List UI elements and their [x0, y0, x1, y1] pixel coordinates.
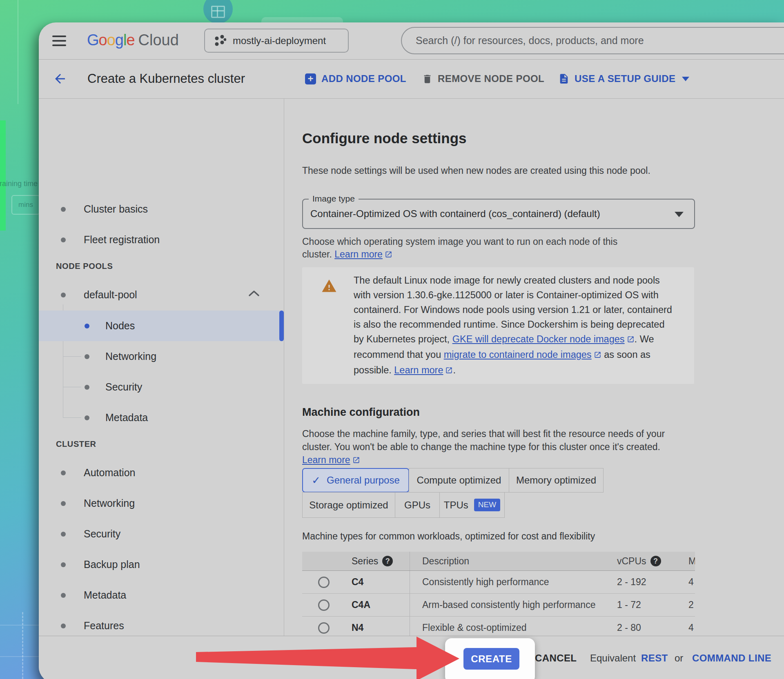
section-label-node-pools: NODE POOLS: [56, 262, 113, 271]
section-label-cluster: CLUSTER: [56, 439, 96, 449]
sidebar-item-security[interactable]: Security: [39, 524, 284, 544]
step-bullet-icon: [61, 237, 66, 242]
external-link-icon: [385, 249, 392, 262]
new-badge: NEW: [474, 499, 500, 511]
command-line-link[interactable]: COMMAND LINE: [692, 652, 771, 664]
step-bullet-icon: [61, 532, 66, 537]
radio-button[interactable]: [318, 622, 330, 634]
table-row[interactable]: C4A Arm-based consistently high performa…: [302, 594, 695, 617]
machine-series-table: Series? Description vCPUs? Memory C4 Con…: [302, 552, 695, 637]
help-icon[interactable]: ?: [382, 556, 393, 566]
machine-config-desc: Choose the machine family, type, and ser…: [302, 427, 682, 467]
rest-link[interactable]: REST: [641, 652, 668, 664]
step-bullet-icon: [61, 207, 66, 212]
migrate-containerd-link[interactable]: migrate to containerd node images: [444, 349, 592, 360]
chevron-down-icon: [682, 77, 689, 81]
sidebar-item-pool-metadata[interactable]: Metadata: [39, 408, 284, 428]
project-selector[interactable]: mostly-ai-deployment: [204, 29, 349, 53]
sidebar-item-pool-networking[interactable]: Networking: [39, 347, 284, 366]
radio-button[interactable]: [318, 577, 330, 588]
background-training-time-label: training time: [0, 180, 38, 188]
trash-icon: [422, 73, 433, 84]
background-line: [0, 625, 39, 626]
background-mins-box: mins: [11, 195, 40, 215]
content-intro: These node settings will be used when ne…: [302, 165, 784, 176]
tab-memory-optimized[interactable]: Memory optimized: [509, 468, 604, 493]
tab-compute-optimized[interactable]: Compute optimized: [409, 468, 509, 493]
image-type-select[interactable]: Image type Container-Optimized OS with c…: [302, 199, 695, 229]
google-cloud-logo[interactable]: GoogleCloud: [87, 31, 179, 49]
sidebar-item-metadata[interactable]: Metadata: [39, 586, 284, 605]
step-bullet-icon: [61, 593, 66, 598]
sidebar-item-pool-security[interactable]: Security: [39, 377, 284, 397]
table-row[interactable]: C4 Consistently high performance 2 - 192…: [302, 571, 695, 594]
remove-node-pool-button[interactable]: REMOVE NODE POOL: [422, 59, 544, 98]
table-header-row: Series? Description vCPUs? Memory: [302, 552, 695, 571]
step-bullet-icon: [85, 354, 89, 359]
step-bullet-icon: [61, 470, 66, 475]
add-node-pool-button[interactable]: + ADD NODE POOL: [305, 59, 406, 98]
step-bullet-icon: [61, 624, 66, 628]
background-table-icon: [203, 0, 233, 24]
step-bullet-icon: [85, 324, 89, 328]
sidebar-item-cluster-basics[interactable]: Cluster basics: [39, 200, 284, 219]
search-placeholder: Search (/) for resources, docs, products…: [416, 28, 784, 53]
sidebar-item-networking[interactable]: Networking: [39, 494, 284, 513]
machine-config-heading: Machine configuration: [302, 405, 784, 419]
action-bar: Create a Kubernetes cluster + ADD NODE P…: [39, 59, 784, 99]
sidebar-item-backup-plan[interactable]: Backup plan: [39, 555, 284, 575]
chevron-up-icon[interactable]: [248, 289, 260, 297]
external-link-icon: [594, 348, 601, 363]
top-bar: GoogleCloud mostly-ai-deployment Search …: [39, 22, 784, 60]
project-name: mostly-ai-deployment: [233, 35, 326, 47]
step-bullet-icon: [61, 501, 66, 506]
step-bullet-icon: [61, 293, 66, 297]
selection-indicator: [279, 311, 284, 341]
page-title: Create a Kubernetes cluster: [87, 59, 245, 98]
project-icon: [214, 35, 226, 47]
image-type-helper: Choose which operating system image you …: [302, 235, 637, 262]
image-type-label: Image type: [309, 194, 359, 204]
create-button[interactable]: CREATE: [463, 648, 519, 670]
tab-general-purpose[interactable]: ✓ General purpose: [302, 468, 409, 493]
background-line: [0, 656, 39, 657]
tab-tpus[interactable]: TPUs NEW: [439, 492, 505, 518]
search-input[interactable]: Search (/) for resources, docs, products…: [401, 27, 784, 54]
learn-more-link[interactable]: Learn more: [394, 365, 443, 375]
sidebar-item-features[interactable]: Features: [39, 616, 284, 636]
machine-family-tabs: ✓ General purpose Compute optimized Memo…: [302, 468, 784, 518]
step-bullet-icon: [61, 562, 66, 567]
learn-more-link[interactable]: Learn more: [302, 455, 350, 465]
document-icon: [558, 73, 570, 84]
step-navigation: Cluster basics Fleet registration NODE P…: [39, 98, 284, 679]
tab-storage-optimized[interactable]: Storage optimized: [302, 492, 395, 518]
external-link-icon: [627, 333, 635, 347]
cancel-button[interactable]: CANCEL: [535, 652, 577, 664]
background-panel-edge: [18, 0, 18, 104]
check-icon: ✓: [312, 474, 321, 487]
content-heading: Configure node settings: [302, 130, 784, 146]
back-arrow-icon[interactable]: [53, 71, 67, 86]
use-setup-guide-button[interactable]: USE A SETUP GUIDE: [558, 59, 689, 98]
radio-button[interactable]: [318, 599, 330, 611]
red-arrow-annotation: [192, 633, 461, 679]
warning-text: The default Linux node image for newly c…: [354, 273, 676, 378]
external-link-icon: [445, 364, 453, 378]
or-label: or: [675, 652, 683, 664]
dropdown-caret-icon: [675, 212, 684, 217]
background-green-strip: [0, 120, 6, 231]
help-icon[interactable]: ?: [650, 556, 661, 566]
image-type-value: Container-Optimized OS with containerd (…: [303, 200, 694, 228]
gke-deprecate-link[interactable]: GKE will deprecate Docker node images: [452, 334, 625, 344]
sidebar-item-automation[interactable]: Automation: [39, 463, 284, 483]
main-content: Configure node settings These node setti…: [284, 98, 784, 637]
warning-icon: [322, 280, 336, 293]
sidebar-item-fleet-registration[interactable]: Fleet registration: [39, 230, 284, 250]
sidebar-item-nodes-selected[interactable]: Nodes: [39, 311, 284, 341]
tab-gpus[interactable]: GPUs: [395, 492, 440, 518]
screen: training time mins GoogleCloud mostly-ai…: [0, 0, 784, 679]
step-bullet-icon: [85, 385, 89, 390]
learn-more-link[interactable]: Learn more: [334, 249, 383, 260]
sidebar-item-default-pool[interactable]: default-pool: [39, 285, 284, 305]
menu-icon[interactable]: [52, 36, 66, 46]
